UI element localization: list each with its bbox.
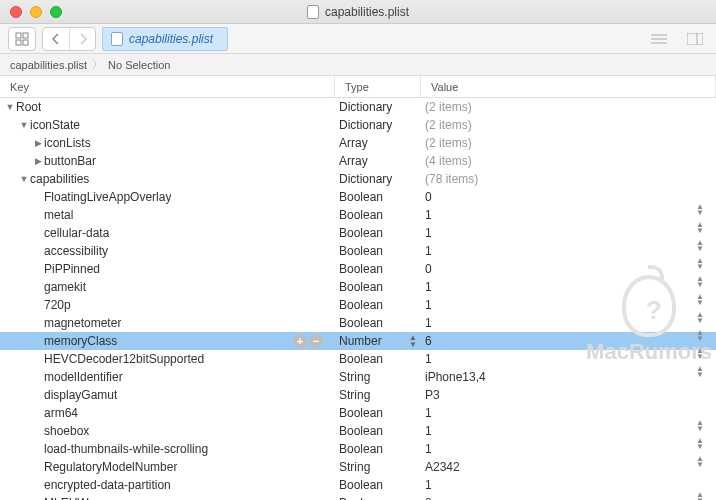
value-cell[interactable]: (2 items) [421, 136, 716, 150]
key-cell[interactable]: ▶720p [0, 298, 335, 312]
table-row[interactable]: ▶FloatingLiveAppOverlayBoolean0▲▼ [0, 188, 716, 206]
type-cell[interactable]: Number▲▼ [335, 334, 421, 348]
value-cell[interactable]: 1▲▼ [421, 298, 716, 312]
key-cell[interactable]: ▶displayGamut [0, 388, 335, 402]
type-cell[interactable]: Boolean [335, 442, 421, 456]
type-cell[interactable]: Boolean [335, 190, 421, 204]
type-dropdown-icon[interactable]: ▲▼ [409, 334, 417, 348]
table-row[interactable]: ▶accessibilityBoolean1▲▼ [0, 242, 716, 260]
key-cell[interactable]: ▶encrypted-data-partition [0, 478, 335, 492]
type-cell[interactable]: Array [335, 154, 421, 168]
file-tab[interactable]: capabilities.plist [102, 27, 228, 51]
key-cell[interactable]: ▶iconLists [0, 136, 335, 150]
back-button[interactable] [43, 28, 69, 50]
table-row[interactable]: ▶MLEHWBoolean0▲▼ [0, 494, 716, 500]
value-cell[interactable]: 1▲▼ [421, 280, 716, 294]
column-header-type[interactable]: Type [335, 76, 421, 97]
value-cell[interactable]: 1▲▼ [421, 352, 716, 366]
disclosure-triangle-icon[interactable]: ▼ [4, 102, 16, 112]
key-cell[interactable]: ▶accessibility [0, 244, 335, 258]
key-cell[interactable]: ▶HEVCDecoder12bitSupported [0, 352, 335, 366]
type-cell[interactable]: Dictionary [335, 100, 421, 114]
type-cell[interactable]: Boolean [335, 316, 421, 330]
key-cell[interactable]: ▶RegulatoryModelNumber [0, 460, 335, 474]
table-row[interactable]: ▶buttonBarArray(4 items) [0, 152, 716, 170]
key-cell[interactable]: ▶gamekit [0, 280, 335, 294]
key-cell[interactable]: ▶shoebox [0, 424, 335, 438]
table-row[interactable]: ▶shoeboxBoolean1▲▼ [0, 422, 716, 440]
key-cell[interactable]: ▶metal [0, 208, 335, 222]
value-cell[interactable]: iPhone13,4 [421, 370, 716, 384]
disclosure-triangle-icon[interactable]: ▶ [32, 138, 44, 148]
type-cell[interactable]: Boolean [335, 262, 421, 276]
close-window-button[interactable] [10, 6, 22, 18]
type-cell[interactable]: String [335, 370, 421, 384]
table-row[interactable]: ▶HEVCDecoder12bitSupportedBoolean1▲▼ [0, 350, 716, 368]
type-cell[interactable]: Dictionary [335, 172, 421, 186]
value-cell[interactable]: 1▲▼ [421, 406, 716, 420]
type-cell[interactable]: Dictionary [335, 118, 421, 132]
table-row[interactable]: ▼iconStateDictionary(2 items) [0, 116, 716, 134]
minimize-window-button[interactable] [30, 6, 42, 18]
type-cell[interactable]: Boolean [335, 406, 421, 420]
type-cell[interactable]: Boolean [335, 478, 421, 492]
table-row[interactable]: ▶magnetometerBoolean1▲▼ [0, 314, 716, 332]
value-cell[interactable]: 0▲▼ [421, 190, 716, 204]
disclosure-triangle-icon[interactable]: ▼ [18, 174, 30, 184]
value-cell[interactable]: 1▲▼ [421, 226, 716, 240]
key-cell[interactable]: ▶arm64 [0, 406, 335, 420]
key-cell[interactable]: ▶cellular-data [0, 226, 335, 240]
disclosure-triangle-icon[interactable]: ▼ [18, 120, 30, 130]
type-cell[interactable]: Boolean [335, 226, 421, 240]
type-cell[interactable]: Boolean [335, 496, 421, 500]
key-cell[interactable]: ▶memoryClass+− [0, 334, 335, 348]
table-row[interactable]: ▶cellular-dataBoolean1▲▼ [0, 224, 716, 242]
key-cell[interactable]: ▼capabilities [0, 172, 335, 186]
value-cell[interactable]: (78 items) [421, 172, 716, 186]
key-cell[interactable]: ▶modelIdentifier [0, 370, 335, 384]
type-cell[interactable]: Boolean [335, 352, 421, 366]
table-row[interactable]: ▶iconListsArray(2 items) [0, 134, 716, 152]
table-row[interactable]: ▶load-thumbnails-while-scrollingBoolean1… [0, 440, 716, 458]
type-cell[interactable]: Boolean [335, 244, 421, 258]
key-cell[interactable]: ▼Root [0, 100, 335, 114]
table-row[interactable]: ▶RegulatoryModelNumberStringA2342 [0, 458, 716, 476]
value-cell[interactable]: 1▲▼ [421, 208, 716, 222]
value-cell[interactable]: 1▲▼ [421, 478, 716, 492]
remove-row-button[interactable]: − [309, 334, 323, 348]
type-cell[interactable]: Boolean [335, 208, 421, 222]
value-cell[interactable]: 0▲▼ [421, 262, 716, 276]
key-cell[interactable]: ▼iconState [0, 118, 335, 132]
table-row[interactable]: ▶displayGamutStringP3 [0, 386, 716, 404]
table-row[interactable]: ▶modelIdentifierStringiPhone13,4 [0, 368, 716, 386]
value-cell[interactable]: 6▲▼ [421, 334, 716, 348]
column-header-key[interactable]: Key [0, 76, 335, 97]
type-cell[interactable]: Boolean [335, 298, 421, 312]
value-cell[interactable]: 1▲▼ [421, 424, 716, 438]
type-cell[interactable]: Array [335, 136, 421, 150]
forward-button[interactable] [69, 28, 95, 50]
value-cell[interactable]: A2342 [421, 460, 716, 474]
zoom-window-button[interactable] [50, 6, 62, 18]
type-cell[interactable]: Boolean [335, 424, 421, 438]
table-row[interactable]: ▶gamekitBoolean1▲▼ [0, 278, 716, 296]
key-cell[interactable]: ▶MLEHW [0, 496, 335, 500]
type-cell[interactable]: Boolean [335, 280, 421, 294]
sidebar-toggle-button[interactable] [682, 28, 708, 50]
add-row-button[interactable]: + [293, 334, 307, 348]
table-row[interactable]: ▼RootDictionary(2 items) [0, 98, 716, 116]
table-row[interactable]: ▶metalBoolean1▲▼ [0, 206, 716, 224]
key-cell[interactable]: ▶magnetometer [0, 316, 335, 330]
table-row[interactable]: ▼capabilitiesDictionary(78 items) [0, 170, 716, 188]
value-cell[interactable]: (2 items) [421, 118, 716, 132]
value-cell[interactable]: 1▲▼ [421, 244, 716, 258]
key-cell[interactable]: ▶FloatingLiveAppOverlay [0, 190, 335, 204]
breadcrumb-file[interactable]: capabilities.plist [10, 59, 87, 71]
table-row[interactable]: ▶encrypted-data-partitionBoolean1▲▼ [0, 476, 716, 494]
table-row[interactable]: ▶PiPPinnedBoolean0▲▼ [0, 260, 716, 278]
value-cell[interactable]: 1▲▼ [421, 316, 716, 330]
table-row[interactable]: ▶720pBoolean1▲▼ [0, 296, 716, 314]
value-cell[interactable]: 1▲▼ [421, 442, 716, 456]
value-cell[interactable]: 0▲▼ [421, 496, 716, 500]
value-cell[interactable]: (4 items) [421, 154, 716, 168]
